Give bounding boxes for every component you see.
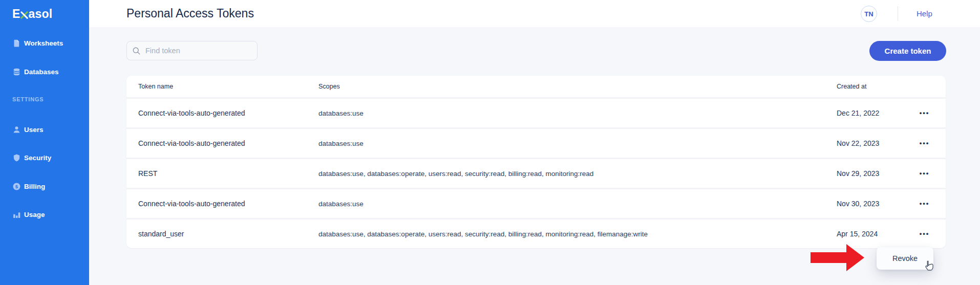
column-header-created-at: Created at bbox=[837, 83, 903, 90]
column-header-token-name: Token name bbox=[138, 83, 318, 90]
databases-icon bbox=[12, 68, 21, 76]
token-created-cell: Nov 30, 2023 bbox=[837, 200, 903, 208]
sidebar-item-label: Databases bbox=[24, 68, 59, 76]
table-header-row: Token name Scopes Created at bbox=[126, 76, 946, 97]
ellipsis-icon: ••• bbox=[920, 202, 930, 205]
logo-text-right: asol bbox=[29, 7, 53, 21]
search-icon bbox=[132, 47, 141, 55]
sidebar-section-settings: SETTINGS bbox=[12, 96, 44, 102]
token-created-cell: Dec 21, 2022 bbox=[837, 109, 903, 117]
token-search[interactable] bbox=[126, 41, 258, 60]
token-name-cell: standard_user bbox=[138, 230, 318, 238]
ellipsis-icon: ••• bbox=[920, 112, 930, 115]
token-name-cell: Connect-via-tools-auto-generated bbox=[138, 109, 318, 117]
token-created-cell: Nov 29, 2023 bbox=[837, 169, 903, 178]
sidebar-item-worksheets[interactable]: Worksheets bbox=[0, 36, 89, 50]
token-name-cell: Connect-via-tools-auto-generated bbox=[138, 139, 318, 147]
billing-dollar-icon: $ bbox=[12, 182, 21, 191]
logo-x-icon bbox=[21, 11, 28, 19]
ellipsis-icon: ••• bbox=[920, 172, 930, 175]
row-actions-menu-button[interactable]: ••• bbox=[915, 229, 934, 238]
exasol-logo[interactable]: E asol bbox=[12, 6, 52, 21]
row-actions-menu-button[interactable]: ••• bbox=[915, 139, 934, 148]
sidebar-item-label: Users bbox=[24, 126, 44, 134]
token-scopes-cell: databases:use bbox=[318, 200, 837, 208]
column-header-scopes: Scopes bbox=[318, 83, 837, 90]
token-scopes-cell: databases:use bbox=[318, 140, 837, 147]
token-name-cell: REST bbox=[138, 169, 318, 178]
tokens-table: Token name Scopes Created at Connect-via… bbox=[126, 76, 946, 248]
user-avatar[interactable]: TN bbox=[861, 6, 877, 22]
sidebar: E asol Worksheets Databases SETTINGS Use… bbox=[0, 0, 89, 285]
table-row: Connect-via-tools-auto-generated databas… bbox=[126, 188, 946, 218]
token-created-cell: Nov 22, 2023 bbox=[837, 139, 903, 147]
table-row: Connect-via-tools-auto-generated databas… bbox=[126, 97, 946, 127]
svg-text:$: $ bbox=[15, 183, 18, 189]
security-shield-icon bbox=[12, 154, 21, 162]
row-actions-menu-button[interactable]: ••• bbox=[915, 199, 934, 208]
token-scopes-cell: databases:use, databases:operate, users:… bbox=[318, 170, 837, 178]
page-title: Personal Access Tokens bbox=[126, 0, 254, 27]
search-input[interactable] bbox=[145, 47, 248, 55]
table-row: standard_user databases:use, databases:o… bbox=[126, 218, 946, 248]
table-row: Connect-via-tools-auto-generated databas… bbox=[126, 127, 946, 158]
ellipsis-icon: ••• bbox=[920, 232, 930, 235]
token-scopes-cell: databases:use, databases:operate, users:… bbox=[318, 230, 837, 238]
sidebar-item-security[interactable]: Security bbox=[0, 150, 89, 165]
header-divider bbox=[898, 6, 898, 21]
sidebar-item-label: Worksheets bbox=[24, 39, 63, 47]
sidebar-item-databases[interactable]: Databases bbox=[0, 64, 89, 79]
row-actions-menu-button[interactable]: ••• bbox=[915, 169, 934, 178]
logo-text-left: E bbox=[12, 7, 20, 21]
sidebar-item-label: Security bbox=[24, 154, 51, 162]
row-actions-menu-button[interactable]: ••• bbox=[915, 108, 934, 118]
users-icon bbox=[12, 125, 21, 134]
sidebar-item-label: Billing bbox=[24, 183, 45, 190]
token-scopes-cell: databases:use bbox=[318, 109, 837, 117]
usage-chart-icon bbox=[12, 210, 21, 219]
table-row: REST databases:use, databases:operate, u… bbox=[126, 158, 946, 188]
sidebar-item-users[interactable]: Users bbox=[0, 122, 89, 137]
row-context-menu: Revoke bbox=[877, 247, 933, 270]
ellipsis-icon: ••• bbox=[920, 142, 930, 145]
revoke-menu-item[interactable]: Revoke bbox=[892, 254, 918, 262]
token-created-cell: Apr 15, 2024 bbox=[837, 230, 903, 238]
create-token-button[interactable]: Create token bbox=[869, 41, 946, 61]
main-content: Create token Token name Scopes Created a… bbox=[89, 27, 980, 285]
sidebar-item-billing[interactable]: $ Billing bbox=[0, 179, 89, 193]
token-name-cell: Connect-via-tools-auto-generated bbox=[138, 200, 318, 208]
worksheets-icon bbox=[12, 39, 21, 48]
sidebar-item-usage[interactable]: Usage bbox=[0, 207, 89, 222]
top-header: Personal Access Tokens TN Help bbox=[89, 0, 980, 27]
sidebar-item-label: Usage bbox=[24, 211, 45, 218]
app-window: E asol Worksheets Databases SETTINGS Use… bbox=[0, 0, 980, 285]
help-link[interactable]: Help bbox=[917, 0, 932, 27]
